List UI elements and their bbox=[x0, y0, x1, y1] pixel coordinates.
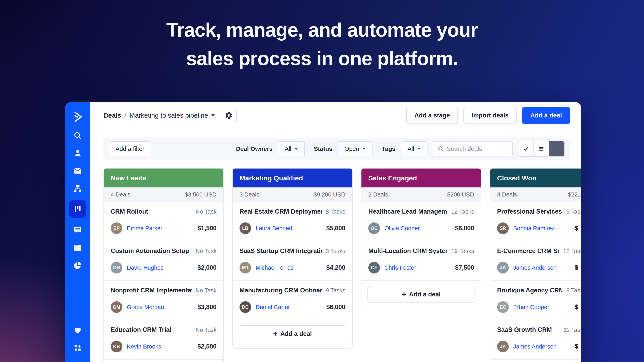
deal-card-bottom: JA James Anderson $ bbox=[497, 341, 581, 352]
deal-owner-link[interactable]: Olivia Cooper bbox=[384, 225, 455, 232]
add-deal-button[interactable]: Add a deal bbox=[522, 107, 570, 124]
chevron-down-icon[interactable] bbox=[211, 114, 215, 117]
deal-owner-link[interactable]: Kevin Brooks bbox=[127, 343, 198, 350]
deal-amount: $6,000 bbox=[326, 304, 345, 311]
deal-title: CRM Rollout bbox=[111, 208, 148, 215]
deal-card[interactable]: Custom Automation Setup No Task DH David… bbox=[104, 241, 224, 280]
pipeline-selector[interactable]: Marketing to sales pipeline bbox=[130, 112, 208, 119]
deal-title: Boutique Agency CRM bbox=[497, 287, 562, 294]
deal-owner-link[interactable]: David Hughes bbox=[127, 265, 198, 271]
deal-card[interactable]: Manufacturing CRM Onboar... 9 Tasks DC D… bbox=[233, 280, 352, 320]
column-total: $200 USD bbox=[447, 191, 474, 198]
deal-amount: $3,800 bbox=[198, 304, 216, 311]
deal-owner-link[interactable]: Grace Morgan bbox=[127, 304, 198, 311]
deal-task-count: 19 Tasks bbox=[451, 248, 474, 254]
column-footer: + Add a deal bbox=[104, 359, 224, 362]
deal-card-top: Professional Services CRM 5 Tasks bbox=[497, 208, 581, 215]
avatar: OC bbox=[368, 222, 380, 234]
deal-card[interactable]: Boutique Agency CRM 8 Tasks EC Ethan Coo… bbox=[490, 280, 581, 320]
kanban-view-button[interactable] bbox=[549, 141, 564, 156]
deal-card[interactable]: Healthcare Lead Management 12 Tasks OC O… bbox=[362, 202, 481, 241]
search-icon[interactable] bbox=[72, 130, 83, 141]
breadcrumb-separator: / bbox=[124, 112, 126, 119]
avatar: KB bbox=[111, 341, 122, 352]
reports-icon[interactable] bbox=[72, 260, 83, 271]
deal-card[interactable]: E-Commerce CRM Solution 12 Tasks JA Jame… bbox=[490, 241, 581, 280]
list-view-button[interactable] bbox=[534, 141, 549, 156]
main-panel: Deals / Marketing to sales pipeline Add … bbox=[90, 102, 581, 362]
column-summary: 3 Deals $9,200 USD bbox=[233, 187, 352, 202]
conversations-icon[interactable] bbox=[72, 225, 83, 235]
deal-card-bottom: OC Olivia Cooper $6,800 bbox=[368, 222, 474, 234]
deal-card-top: Custom Automation Setup No Task bbox=[111, 247, 216, 255]
deal-card[interactable]: CRM Rollout No Task EP Emma Parker $1,50… bbox=[104, 202, 224, 241]
apps-icon[interactable] bbox=[72, 343, 83, 353]
breadcrumb-deals[interactable]: Deals bbox=[104, 112, 121, 119]
deal-card-bottom: KB Kevin Brooks $2,500 bbox=[111, 341, 216, 352]
deal-task-count: No Task bbox=[196, 287, 216, 294]
column-name: Closed Won bbox=[497, 174, 536, 182]
deals-icon[interactable] bbox=[69, 200, 86, 218]
deal-card[interactable]: SaaS Growth CRM 11 Tasks JA James Anders… bbox=[490, 320, 581, 359]
deal-owners-dropdown[interactable]: All bbox=[278, 141, 304, 156]
pipeline-settings-button[interactable] bbox=[221, 108, 237, 123]
view-toggle bbox=[518, 141, 565, 157]
column-add-deal-button[interactable]: + Add a deal bbox=[368, 286, 475, 303]
deal-owner-link[interactable]: Chris Foster bbox=[384, 265, 455, 271]
search-icon bbox=[438, 146, 444, 152]
status-value: Open bbox=[344, 145, 359, 152]
column-add-deal-button[interactable]: + Add a deal bbox=[239, 325, 346, 342]
add-filter-button[interactable]: Add a filter bbox=[109, 141, 151, 156]
tags-dropdown[interactable]: All bbox=[401, 141, 428, 156]
deal-task-count: 8 Tasks bbox=[326, 208, 345, 215]
list-check-view-button[interactable] bbox=[518, 141, 534, 156]
add-stage-button[interactable]: Add a stage bbox=[406, 107, 458, 124]
check-icon bbox=[522, 145, 529, 152]
deal-owner-link[interactable]: Laura Bennett bbox=[256, 225, 326, 232]
deal-card[interactable]: Professional Services CRM 5 Tasks SR Sop… bbox=[490, 202, 581, 241]
site-icon[interactable] bbox=[72, 243, 83, 253]
column-total: $22,100 USD bbox=[568, 191, 581, 198]
contacts-icon[interactable] bbox=[72, 148, 83, 158]
campaigns-icon[interactable] bbox=[72, 166, 83, 176]
topbar: Deals / Marketing to sales pipeline Add … bbox=[90, 102, 581, 129]
chevron-down-icon bbox=[295, 148, 298, 150]
column-header: Sales Engaged bbox=[362, 169, 481, 187]
sidebar bbox=[65, 102, 90, 362]
deal-owner-link[interactable]: James Anderson bbox=[513, 265, 575, 271]
deal-card[interactable]: Multi-Location CRM System 19 Tasks CF Ch… bbox=[362, 241, 481, 280]
column-deal-count: 2 Deals bbox=[368, 191, 388, 198]
deal-card[interactable]: Education CRM Trial No Task KB Kevin Bro… bbox=[104, 320, 224, 359]
deal-amount: $5,000 bbox=[326, 225, 345, 232]
deal-owner-link[interactable]: Ethan Cooper bbox=[513, 304, 575, 311]
favorites-icon[interactable] bbox=[72, 325, 83, 336]
deal-card[interactable]: SaaS Startup CRM Integration 3 Tasks MT … bbox=[233, 241, 352, 280]
deal-task-count: No Task bbox=[196, 248, 216, 254]
deal-owner-link[interactable]: Daniel Carter bbox=[256, 304, 326, 311]
deal-title: Manufacturing CRM Onboar... bbox=[240, 287, 322, 294]
deal-card-bottom: LB Laura Bennett $5,000 bbox=[240, 222, 345, 234]
status-dropdown[interactable]: Open bbox=[338, 141, 372, 156]
app-window: Deals / Marketing to sales pipeline Add … bbox=[65, 102, 581, 362]
deal-owner-link[interactable]: Sophia Ramirez bbox=[513, 225, 575, 232]
avatar: JA bbox=[497, 341, 509, 352]
hero-line-1: Track, manage, and automate your bbox=[166, 19, 478, 41]
deal-owner-link[interactable]: Emma Parker bbox=[127, 225, 198, 232]
column-deal-count: 4 Deals bbox=[111, 191, 130, 198]
deal-owner-link[interactable]: Michael Torres bbox=[256, 265, 326, 271]
deal-card[interactable]: Nonprofit CRM Implementation No Task GM … bbox=[104, 280, 224, 320]
deal-card-top: Real Estate CRM Deployment 8 Tasks bbox=[240, 208, 345, 215]
import-deals-button[interactable]: Import deals bbox=[464, 107, 516, 124]
column-total: $9,200 USD bbox=[314, 191, 345, 198]
deal-card-top: Healthcare Lead Management 12 Tasks bbox=[368, 208, 474, 215]
deal-card[interactable]: Real Estate CRM Deployment 8 Tasks LB La… bbox=[233, 202, 352, 241]
activecampaign-logo-icon[interactable] bbox=[72, 111, 84, 123]
deal-card-top: Boutique Agency CRM 8 Tasks bbox=[497, 287, 581, 294]
deal-owner-link[interactable]: James Anderson bbox=[513, 343, 575, 350]
avatar: SR bbox=[497, 222, 509, 234]
deal-task-count: 5 Tasks bbox=[566, 208, 581, 215]
search-deals-input[interactable] bbox=[447, 145, 508, 152]
deal-card-top: CRM Rollout No Task bbox=[111, 208, 216, 215]
column-header: New Leads bbox=[104, 169, 224, 187]
automations-icon[interactable] bbox=[72, 183, 83, 194]
